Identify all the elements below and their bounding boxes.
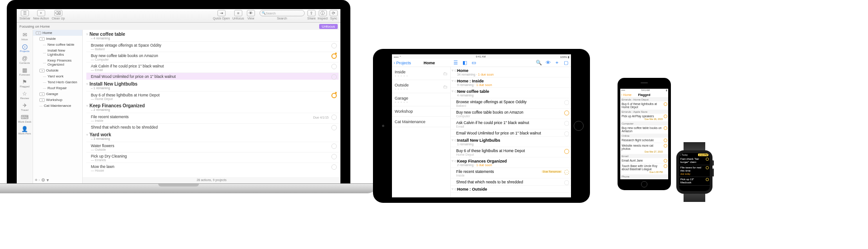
sidebar-item[interactable]: —Roof Repair [33, 85, 82, 91]
broom-icon[interactable]: ⌫ [54, 10, 62, 16]
sidebar-item[interactable]: —Install New Lightbulbs [33, 48, 82, 57]
toolbar-newaction[interactable]: + New Action [33, 10, 49, 20]
sidebar-toggle-icon[interactable]: ☰ [21, 10, 29, 16]
tag-icon[interactable]: ▢ [563, 60, 569, 66]
task-row[interactable]: Call Mom & Dad [620, 178, 668, 179]
home-button[interactable] [641, 181, 647, 187]
toolbar-sidebar[interactable]: ☰ Sidebar [19, 10, 30, 20]
flag-icon[interactable] [331, 53, 337, 59]
info-icon[interactable]: ⓘ [319, 10, 327, 16]
toolbar-sync[interactable]: ⟳ Sync [330, 10, 338, 20]
task-row[interactable]: Ask Calvin if he could price 1" black wa… [451, 119, 571, 129]
checkbox-icon[interactable] [664, 102, 667, 106]
task-row[interactable]: Buy 6 of these lightbulbs at Home Depot [620, 101, 668, 110]
project-heading[interactable]: ▿Install New Lightbulbs [86, 81, 339, 86]
checkbox-icon[interactable] [564, 121, 569, 126]
toolbar-search[interactable]: 🔍 Search Search [259, 10, 305, 20]
rail-work-pers[interactable]: 👤Work-Pers [18, 126, 32, 135]
checkbox-icon[interactable] [706, 158, 709, 161]
sidebar-item[interactable]: ▾Outside [33, 67, 82, 73]
toolbar-inspect[interactable]: ⓘ Inspect [317, 10, 328, 20]
checkbox-icon[interactable] [331, 115, 337, 120]
sidebar-item[interactable]: Cat Maintenance [392, 117, 450, 127]
disclosure-icon[interactable]: ▿ ▭ [452, 89, 458, 93]
checkbox-icon[interactable] [706, 166, 709, 169]
sidebar-item[interactable]: —Tend Herb Garden [33, 79, 82, 85]
toolbar-view[interactable]: 👁 View [247, 10, 255, 20]
checkbox-icon[interactable] [706, 178, 709, 181]
eye-icon[interactable]: 👁 [545, 60, 551, 66]
sidebar-item[interactable]: ▾Workshop [33, 97, 82, 103]
toolbar-cleanup[interactable]: ⌫ Clean Up [52, 10, 65, 20]
back-button[interactable]: ‹ Home [621, 93, 632, 96]
task-row[interactable]: Browse vintage offerings at Space Oddity… [86, 41, 339, 52]
checkbox-icon[interactable] [564, 180, 569, 185]
sidebar-footer[interactable]: + · ⚙ ▾ [33, 177, 51, 183]
checkbox-icon[interactable] [331, 154, 337, 159]
rail-forecast[interactable]: ▦Forecast [18, 67, 32, 76]
sync-icon[interactable]: ⟳ [330, 10, 338, 16]
sidebar-item[interactable]: Workshop [392, 106, 450, 117]
home-button[interactable] [574, 121, 584, 131]
group-header[interactable]: ▿ ▭Keep Finances Organized2 remaining · … [451, 158, 571, 168]
back-button[interactable]: ‹ Today [680, 153, 688, 156]
quickopen-icon[interactable]: ⇥ [217, 10, 226, 16]
toolbar-share[interactable]: ⇪ Share [307, 10, 316, 20]
task-row[interactable]: File taxes for real this timedue today [679, 165, 710, 177]
rail-projects[interactable]: ⨀Projects [18, 43, 32, 53]
task-row[interactable]: Touch Base with Uncle Roy about Baseball… [620, 163, 668, 175]
task-row[interactable]: Browse vintage offerings at Space Oddity… [451, 98, 571, 109]
checkbox-icon[interactable] [664, 144, 667, 148]
task-row[interactable]: Website needs more cat photosDue Mar 27,… [620, 143, 668, 154]
checkbox-icon[interactable] [664, 159, 667, 163]
rail-inbox[interactable]: ✉Inbox [18, 32, 32, 41]
disclosure-icon[interactable]: ▿ [86, 33, 88, 36]
sidebar-item[interactable]: —New coffee table [33, 42, 82, 48]
disclosure-icon[interactable]: ▿ ▭ [452, 138, 458, 142]
sidebar-item[interactable]: —Cat Maintenance [33, 103, 82, 109]
add-icon[interactable]: + [554, 60, 560, 66]
task-row[interactable]: Email Wood Unlimited for price on 1" bla… [451, 129, 571, 137]
group-header[interactable]: ▿ ▭Home34 remaining · 1 due soon [451, 67, 571, 77]
context-icon[interactable]: ◧ [462, 60, 468, 66]
disclosure-icon[interactable]: ▿ [86, 104, 88, 108]
checkbox-icon[interactable] [331, 43, 337, 48]
task-row[interactable]: Buy 6 of these lightbulbs at Home Depot—… [86, 91, 339, 101]
checkbox-icon[interactable] [331, 125, 337, 130]
rail-review[interactable]: ☆Review [18, 91, 32, 100]
checkbox-icon[interactable] [664, 139, 667, 142]
sidebar-item[interactable]: —Keep Finances Organized [33, 57, 82, 67]
task-row[interactable]: Buy new coffee table books on Amazon [620, 125, 668, 134]
checkbox-icon[interactable] [331, 64, 337, 69]
disclosure-icon[interactable]: ▿ ▭ [452, 187, 458, 191]
disclosure-icon[interactable]: ▿ ▭ [452, 68, 458, 72]
back-button[interactable]: ‹ Projects [394, 61, 411, 65]
task-row[interactable]: Buy new coffee table books on Amazon— Co… [86, 52, 339, 62]
toolbar-quickopen[interactable]: ⇥ Quick Open [213, 10, 230, 20]
side-button[interactable] [712, 168, 714, 177]
task-row[interactable]: Shred that which needs to be shredded [86, 123, 339, 130]
checkbox-icon[interactable] [564, 110, 569, 115]
project-heading[interactable]: ▿New coffee table [86, 32, 339, 37]
sidebar-item[interactable]: ▾Garage [33, 91, 82, 97]
task-row[interactable]: Mow the lawn— House [86, 163, 339, 173]
toolbar-unfocus[interactable]: ≡ Unfocus [232, 10, 244, 20]
task-row[interactable]: Buy new coffee table books on AmazonComp… [451, 109, 571, 119]
task-row[interactable]: Pick up Dry Cleaning— Errands [86, 152, 339, 163]
sidebar-item[interactable]: ▾Home [33, 30, 82, 36]
unfocus-icon[interactable]: ≡ [234, 10, 242, 16]
task-row[interactable]: Pick up AirPlay speakersDue Mar 26, 2015 [620, 114, 668, 122]
digital-crown[interactable] [712, 160, 714, 166]
checkbox-icon[interactable] [564, 100, 569, 105]
rail-work-desk[interactable]: ⌨Work-Desk [18, 114, 32, 123]
disclosure-icon[interactable]: ▿ ▭ [452, 159, 458, 163]
group-header[interactable]: ▿ ▭New coffee table4 remaining [451, 88, 571, 98]
task-row[interactable]: Email Aunt Jane [620, 158, 668, 163]
project-heading[interactable]: ▿Yard work [86, 132, 339, 137]
task-row[interactable]: Ask Calvin if he could price 1" black wa… [86, 62, 339, 72]
task-row[interactable]: File recent statementsInsideDue Tomorrow… [451, 168, 571, 178]
group-header[interactable]: ▿ ▭Home : Inside9 remaining · 1 due soon [451, 77, 571, 88]
sidebar-item[interactable]: Garage● ● ● ● ● [392, 93, 450, 106]
task-row[interactable]: Research flight schedule [620, 138, 668, 143]
unfocus-button[interactable]: Unfocus [319, 24, 338, 29]
